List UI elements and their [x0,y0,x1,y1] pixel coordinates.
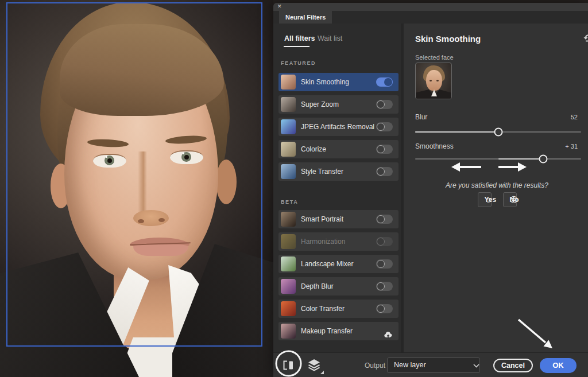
filter-label: Colorize [301,145,326,153]
settings-title: Skin Smoothing [415,34,481,44]
filter-row-style-transfer[interactable]: Style Transfer [278,162,399,181]
filter-row-smart-portrait[interactable]: Smart Portrait [278,210,399,228]
filter-toggle[interactable] [376,167,393,176]
blur-slider[interactable] [415,127,581,137]
filter-toggle[interactable] [376,77,393,87]
filter-label: Skin Smoothing [301,78,349,86]
output-label: Output [365,362,385,370]
filter-label: JPEG Artifacts Removal [301,123,374,131]
layers-menu-corner [320,371,324,374]
filter-toggle[interactable] [376,282,393,291]
filter-toggle[interactable] [376,122,393,131]
filter-thumbnail [281,164,296,179]
smoothness-slider-handle[interactable] [539,155,547,164]
selected-face-thumbnail[interactable] [415,63,452,99]
filter-thumbnail [281,119,296,134]
filter-label: Super Zoom [301,100,339,108]
filter-toggle[interactable] [376,215,393,224]
filter-thumbnail [281,142,296,157]
filter-label: Color Transfer [301,305,345,313]
filter-toggle[interactable] [376,145,393,154]
filter-label: Style Transfer [301,168,343,176]
no-button[interactable]: ☹ No [503,192,517,207]
yes-button[interactable]: ☺ Yes [478,192,492,207]
filter-row-skin-smoothing[interactable]: Skin Smoothing [278,73,399,91]
ok-button[interactable]: OK [540,358,577,373]
feedback-question: Are you satisfied with the results? [415,181,579,189]
filter-row-super-zoom[interactable]: Super Zoom [278,95,399,114]
smoothness-slider[interactable] [415,154,581,164]
filter-toggle[interactable] [376,304,393,313]
filter-label: Landscape Mixer [301,260,353,268]
filter-thumbnail [281,279,296,294]
document-canvas-portrait [0,0,273,377]
section-label-featured: FEATURED [281,60,316,66]
yes-label: Yes [485,196,497,204]
selected-face-label: Selected face [415,54,454,61]
filter-label: Makeup Transfer [301,327,353,335]
filter-thumbnail [281,256,296,271]
filter-label: Smart Portrait [301,215,343,223]
filter-thumbnail [281,212,296,227]
filter-settings-panel: Skin Smoothing Selected face Blur 52 Smo… [404,24,588,352]
smoothness-slider-label: Smoothness [415,142,454,150]
dialog-titlebar: ✕ [273,3,588,11]
neural-filters-dialog: ✕ Neural Filters All filters Wait list F… [273,3,588,377]
filter-row-makeup-transfer[interactable]: Makeup Transfer [278,322,399,340]
dialog-footer: Output New layer Cancel OK [273,352,588,377]
filter-thumbnail [281,301,296,316]
filter-label: Harmonization [301,238,345,246]
filter-list-panel: All filters Wait list FEATURED Skin Smoo… [273,24,401,352]
blur-slider-label: Blur [415,113,427,121]
filter-row-color-transfer[interactable]: Color Transfer [278,300,399,318]
output-dropdown[interactable]: New layer [387,357,480,373]
filter-thumbnail [281,234,296,249]
filter-row-harmonization: Harmonization [278,232,399,251]
filter-row-colorize[interactable]: Colorize [278,140,399,158]
filter-thumbnail [281,324,296,339]
filter-thumbnail [281,75,296,90]
feedback-buttons: ☺ Yes ☹ No [415,192,579,207]
filter-thumbnail [281,97,296,112]
active-tab-underline [284,46,310,47]
filter-row-jpeg-artifacts-removal[interactable]: JPEG Artifacts Removal [278,118,399,136]
filter-row-landscape-mixer[interactable]: Landscape Mixer [278,255,399,273]
blur-slider-handle[interactable] [494,128,502,137]
filter-row-depth-blur[interactable]: Depth Blur [278,277,399,296]
section-label-beta: BETA [281,199,298,205]
screenshot-stage: ✕ Neural Filters All filters Wait list F… [0,0,588,377]
tab-wait-list[interactable]: Wait list [318,34,342,42]
close-icon[interactable]: ✕ [277,3,282,9]
tab-all-filters[interactable]: All filters [284,34,315,42]
output-dropdown-value: New layer [394,358,426,372]
face-selection-border [6,2,262,347]
no-label: No [510,196,519,204]
smoothness-slider-value: + 31 [565,143,578,150]
cancel-button[interactable]: Cancel [493,359,533,372]
filter-toggle[interactable] [376,100,393,109]
dialog-tab-row: Neural Filters [273,11,588,24]
tab-neural-filters[interactable]: Neural Filters [279,11,332,24]
filter-toggle[interactable] [376,259,393,269]
filter-label: Depth Blur [301,282,334,290]
blur-slider-value: 52 [571,114,578,121]
filter-toggle [376,237,393,246]
